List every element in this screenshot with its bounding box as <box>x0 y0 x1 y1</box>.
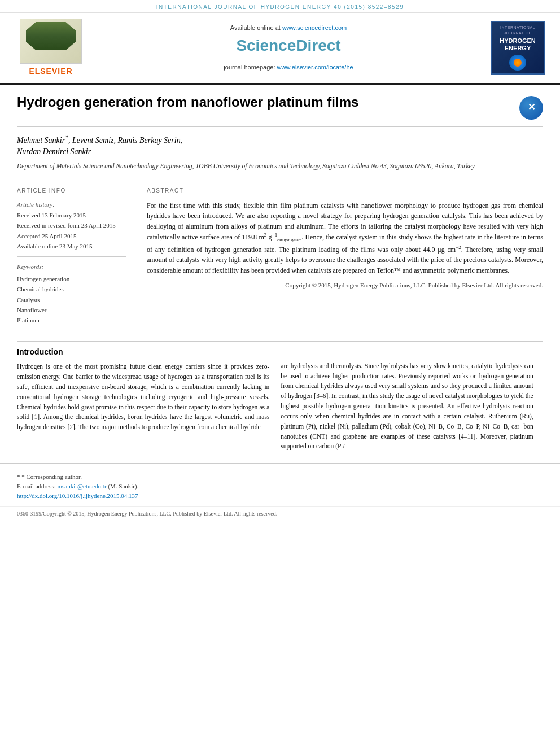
main-content: Introduction Hydrogen is one of the most… <box>0 344 560 463</box>
crossmark-icon <box>519 96 543 120</box>
badge-icon <box>509 55 526 71</box>
keyword-5: Platinum <box>17 316 126 325</box>
corresponding-star-note: * <box>17 473 21 480</box>
elsevier-logo-text: ELSEVIER <box>29 66 72 77</box>
article-title-section: Hydrogen generation from nanoflower plat… <box>17 93 543 127</box>
received-date: Received 13 February 2015 <box>17 211 126 220</box>
footnote-section: * * Corresponding author. E-mail address… <box>0 463 560 506</box>
article-title: Hydrogen generation from nanoflower plat… <box>17 93 515 111</box>
authors: Mehmet Sankir*, Levent Semiz, Ramis Berk… <box>17 134 543 158</box>
hydrogen-energy-badge: International journal of HYDROGENENERGY <box>491 21 545 75</box>
doi-link[interactable]: http://dx.doi.org/10.1016/j.ijhydene.201… <box>17 492 543 500</box>
badge-intl: International journal of <box>495 25 541 36</box>
crossmark-badge[interactable] <box>515 93 543 120</box>
left-column: Introduction Hydrogen is one of the most… <box>17 344 269 452</box>
journal-url[interactable]: www.elsevier.com/locate/he <box>277 64 353 71</box>
corresponding-note: * * Corresponding author. <box>17 472 543 482</box>
homepage-label: journal homepage: <box>224 64 275 71</box>
badge-title: HYDROGENENERGY <box>500 37 536 52</box>
accepted-date: Accepted 25 April 2015 <box>17 232 126 241</box>
abstract-text: For the first time with this study, flex… <box>147 200 543 276</box>
center-header: Available online at www.sciencedirect.co… <box>96 19 481 77</box>
email-link[interactable]: msankir@etu.edu.tr <box>57 483 106 490</box>
intro-right-text: are hydrolysis and thermolysis. Since hy… <box>281 361 533 452</box>
journal-homepage-text: journal homepage: www.elsevier.com/locat… <box>224 63 353 72</box>
section-divider <box>17 341 543 342</box>
journal-header-bar: International Journal of Hydrogen Energy… <box>0 0 560 13</box>
copyright-note: Copyright © 2015, Hydrogen Energy Public… <box>147 281 543 290</box>
email-suffix: (M. Sankir). <box>108 483 138 490</box>
affiliation: Department of Materials Science and Nano… <box>17 161 543 171</box>
article-history-label: Article history: <box>17 200 126 209</box>
article-info: ARTICLE INFO Article history: Received 1… <box>17 187 135 327</box>
direct-text: Direct <box>296 37 340 54</box>
email-label: E-mail address: <box>17 483 56 490</box>
sciencedirect-logo: ScienceDirect <box>236 34 340 56</box>
available-online-label: Available online at <box>230 24 281 31</box>
available-online-date: Available online 23 May 2015 <box>17 242 126 251</box>
footer-bar: 0360-3199/Copyright © 2015, Hydrogen Ene… <box>0 506 560 521</box>
right-column: are hydrolysis and thermolysis. Since hy… <box>281 344 533 452</box>
email-note: E-mail address: msankir@etu.edu.tr (M. S… <box>17 482 543 491</box>
article-info-title: ARTICLE INFO <box>17 187 126 195</box>
corresponding-star: * <box>65 134 68 142</box>
keyword-1: Hydrogen generation <box>17 275 126 283</box>
info-divider <box>17 256 126 257</box>
abstract-section: ABSTRACT For the first time with this st… <box>147 187 543 327</box>
paper-body: Hydrogen generation from nanoflower plat… <box>0 85 560 338</box>
keyword-4: Nanoflower <box>17 306 126 314</box>
sciencedirect-url[interactable]: www.sciencedirect.com <box>282 24 347 31</box>
page-header: ELSEVIER Available online at www.science… <box>0 13 560 85</box>
authors-text: Mehmet Sankir*, Levent Semiz, Ramis Berk… <box>17 136 182 156</box>
abstract-title: ABSTRACT <box>147 187 543 195</box>
two-column-section: ARTICLE INFO Article history: Received 1… <box>17 180 543 327</box>
keyword-3: Catalysts <box>17 296 126 304</box>
intro-left-text: Hydrogen is one of the most promising fu… <box>17 362 269 433</box>
keywords-label: Keywords: <box>17 263 126 271</box>
right-logo-container: International journal of HYDROGENENERGY <box>487 19 549 77</box>
corresponding-label: * Corresponding author. <box>21 473 82 480</box>
available-online-text: Available online at www.sciencedirect.co… <box>230 24 347 32</box>
science-text: Science <box>236 37 296 54</box>
intro-title: Introduction <box>17 347 269 358</box>
elsevier-logo: ELSEVIER <box>11 19 90 77</box>
received-revised-date: Received in revised form 23 April 2015 <box>17 221 126 230</box>
keyword-2: Chemical hydrides <box>17 285 126 294</box>
elsevier-logo-image <box>20 19 82 64</box>
